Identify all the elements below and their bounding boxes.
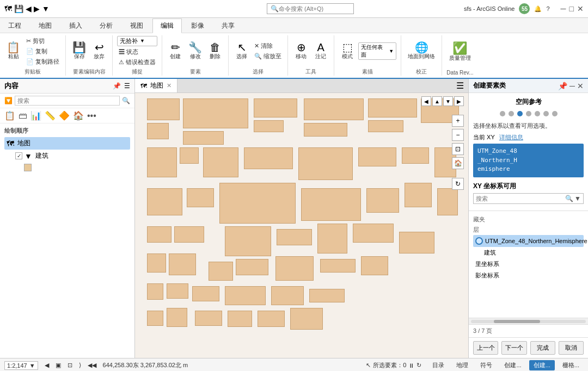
panel-minimize-icon[interactable]: ─ [569,82,575,90]
status-tab-create2[interactable]: 创建... [529,360,555,370]
geo-to-net-button[interactable]: 🌐 地面到网络 [406,41,437,61]
status-tab-raster[interactable]: 栅格... [558,360,584,370]
scrollbar-horizontal[interactable] [469,318,588,324]
scale-arrow[interactable]: ▼ [29,362,35,369]
zoom-to-button[interactable]: 🔍 缩放至 [253,52,283,61]
home-button[interactable]: 🏠 [452,157,464,169]
nav-icon-4[interactable]: ⟩ [79,362,81,369]
copy-button[interactable]: 📄 复制 [24,47,61,56]
arrow-up[interactable]: ▲ [432,96,442,106]
sidebar-search-input[interactable] [15,96,120,106]
tree-item-li-coords[interactable]: 里坐标系 [473,258,584,270]
paste-button[interactable]: 📋 粘贴 [4,41,22,61]
finish-button[interactable]: 完成 [530,341,555,355]
building-checkbox[interactable] [15,152,22,159]
save-edits-button[interactable]: 💾 保存 [70,41,88,61]
create-feature-button[interactable]: ✏ 创建 [167,41,184,61]
nav-icon-2[interactable]: ▣ [56,362,61,369]
quality-button[interactable]: ✅ 质量管理 [447,41,473,63]
status-button[interactable]: ☰ 状态 [117,47,157,57]
status-tab-catalog[interactable]: 目录 [428,360,449,370]
scale-box[interactable]: 1:2,147 ▼ [4,361,38,370]
status-tab-symbol[interactable]: 符号 [476,360,497,370]
error-checker-button[interactable]: ⚠ 错误检查器 [117,58,157,67]
maximize-icon[interactable]: □ [569,4,574,13]
layer-item-map[interactable]: 🗺 地图 [4,137,130,150]
command-search-input[interactable] [279,5,344,12]
map-tab-close[interactable]: ✕ [167,82,171,89]
arrow-right[interactable]: ▶ [454,96,464,106]
tab-fenxi[interactable]: 分析 [91,18,121,33]
refresh-icon[interactable]: ↻ [416,362,421,369]
copy-path-button[interactable]: 📄 复制路径 [24,57,61,66]
tree-item-utm[interactable]: UTM_Zone_48_Northern_Hemisphere [473,235,584,247]
tab-yingxiang[interactable]: 影像 [183,18,212,33]
map-tab-menu[interactable]: ☰ [456,81,464,91]
back-icon[interactable]: ◀ [26,4,32,13]
zoom-in-button[interactable]: + [452,115,464,127]
save-icon[interactable]: 💾 [14,4,23,13]
map-canvas[interactable]: ◀ ▲ ▼ ▶ + − ⊡ 🏠 ↻ [135,93,468,358]
tree-item-ying-coords[interactable]: 影坐标系 [473,270,584,281]
pause-icon[interactable]: ⏸ [408,362,414,369]
minimize-icon[interactable]: ─ [561,4,566,13]
xy-search-icon[interactable]: 🔍 [565,195,573,202]
tab-gongcheng[interactable]: 工程 [0,18,29,33]
status-tab-geo[interactable]: 地理 [452,360,473,370]
more-layers-icon[interactable]: ••• [87,111,96,121]
nav-icon-3[interactable]: ⊡ [68,362,72,369]
status-tab-create1[interactable]: 创建... [500,360,525,370]
pin-icon[interactable]: 📌 [113,82,121,90]
tab-gongxiang[interactable]: 共享 [213,18,243,33]
detail-link[interactable]: 详细信息 [499,133,523,141]
notification-icon[interactable]: 🔔 [534,5,542,13]
clear-selection-button[interactable]: ✕ 清除 [253,41,283,51]
map-tab[interactable]: 🗺 地图 ✕ [135,79,177,92]
layer-icon-6[interactable]: 🏠 [73,110,84,121]
select-button[interactable]: ↖ 选择 [233,41,250,61]
close-icon[interactable]: ✕ [577,4,584,13]
rotate-button[interactable]: ↻ [452,178,464,190]
panel-close-icon[interactable]: ✕ [577,82,584,90]
layer-icon-2[interactable]: 🗃 [19,111,27,121]
prev-button[interactable]: 上一个 [473,341,498,355]
xy-search-input[interactable] [476,195,565,202]
xy-search-box[interactable]: 🔍 ▼ [473,193,584,204]
command-search-box[interactable]: 🔍 [267,3,354,14]
nav-icon-1[interactable]: ◀ [45,362,49,369]
move-button[interactable]: ⊕ 移动 [292,41,310,61]
forward-icon[interactable]: ▶ [34,4,40,13]
cut-button[interactable]: ✂ 剪切 [24,36,61,46]
layer-item-building[interactable]: ▼ 建筑 [4,150,130,162]
delete-button[interactable]: 🗑 删除 [206,41,224,61]
arrow-left[interactable]: ◀ [421,96,431,106]
sidebar-search-icon[interactable]: 🔍 [122,97,130,104]
snap-dropdown[interactable]: 无拾补 ▼ [117,36,157,46]
full-extent-button[interactable]: ⊡ [452,143,464,155]
help-icon[interactable]: ? [546,5,549,12]
surface-dropdown[interactable]: 无任何表面 ▼ [358,42,396,60]
layer-icon-3[interactable]: 📊 [30,110,41,121]
zoom-out-button[interactable]: − [452,129,464,141]
nav-icon-5[interactable]: ◀◀ [88,362,96,369]
annotation-button[interactable]: A 注记 [312,41,329,61]
discard-button[interactable]: ↩ 放弃 [90,41,108,61]
arrow-down[interactable]: ▼ [443,96,453,106]
modify-button[interactable]: 🔧 修改 [186,41,204,61]
cancel-button[interactable]: 取消 [559,341,584,355]
xy-filter-icon[interactable]: ▼ [574,195,581,202]
layer-icon-4[interactable]: 📏 [45,110,56,121]
more-icon[interactable]: ▼ [42,4,50,13]
tree-item-building[interactable]: 建筑 [473,247,584,258]
user-badge[interactable]: 55 [519,3,530,14]
layer-icon-5[interactable]: 🔶 [59,110,70,121]
tab-shitu[interactable]: 视图 [122,18,151,33]
tab-bianji[interactable]: 编辑 [152,18,182,33]
mode-button[interactable]: ⬚ 模式 [339,41,356,61]
panel-pin-icon[interactable]: 📌 [558,82,567,90]
sidebar-menu-icon[interactable]: ☰ [124,82,130,90]
next-button[interactable]: 下一个 [501,341,526,355]
tab-charu[interactable]: 插入 [61,18,90,33]
tab-ditu[interactable]: 地图 [30,18,60,33]
layer-icon-1[interactable]: 📋 [4,110,15,121]
